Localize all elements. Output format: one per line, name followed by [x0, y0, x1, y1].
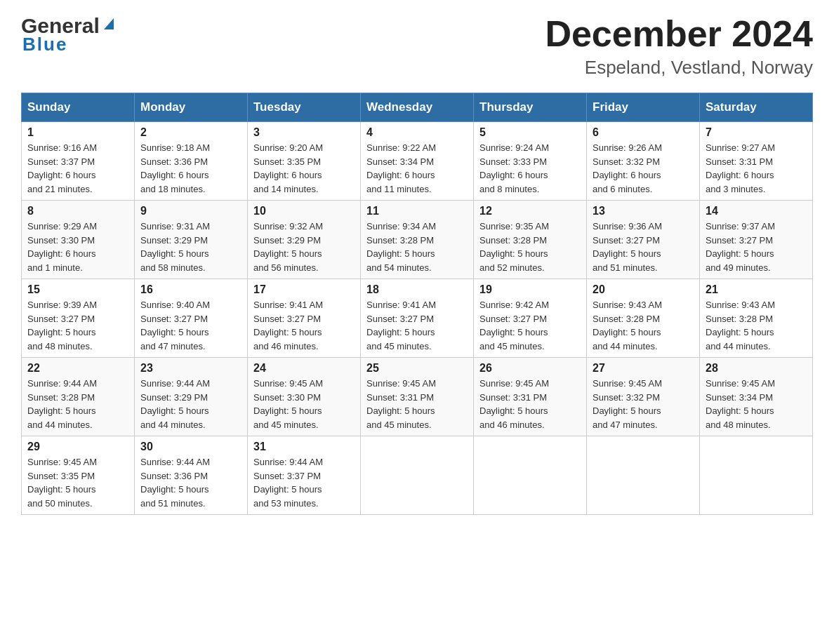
- calendar-cell: 11Sunrise: 9:34 AM Sunset: 3:28 PM Dayli…: [361, 201, 474, 279]
- calendar-header-row: SundayMondayTuesdayWednesdayThursdayFrid…: [22, 93, 813, 122]
- day-info: Sunrise: 9:45 AM Sunset: 3:31 PM Dayligh…: [366, 377, 468, 431]
- calendar-cell: 22Sunrise: 9:44 AM Sunset: 3:28 PM Dayli…: [22, 358, 135, 436]
- day-number: 30: [140, 441, 241, 453]
- calendar-cell: 12Sunrise: 9:35 AM Sunset: 3:28 PM Dayli…: [474, 201, 587, 279]
- day-info: Sunrise: 9:32 AM Sunset: 3:29 PM Dayligh…: [253, 220, 355, 274]
- day-number: 26: [479, 362, 581, 375]
- calendar-week-row: 1Sunrise: 9:16 AM Sunset: 3:37 PM Daylig…: [22, 122, 813, 201]
- day-info: Sunrise: 9:35 AM Sunset: 3:28 PM Dayligh…: [479, 220, 581, 274]
- calendar-cell: 27Sunrise: 9:45 AM Sunset: 3:32 PM Dayli…: [587, 358, 700, 436]
- svg-marker-0: [104, 18, 114, 29]
- day-number: 10: [253, 205, 355, 217]
- calendar-week-row: 29Sunrise: 9:45 AM Sunset: 3:35 PM Dayli…: [22, 436, 813, 515]
- calendar-cell: 1Sunrise: 9:16 AM Sunset: 3:37 PM Daylig…: [22, 122, 135, 201]
- day-info: Sunrise: 9:45 AM Sunset: 3:32 PM Dayligh…: [593, 377, 694, 431]
- calendar-cell: 4Sunrise: 9:22 AM Sunset: 3:34 PM Daylig…: [361, 122, 474, 201]
- day-info: Sunrise: 9:18 AM Sunset: 3:36 PM Dayligh…: [140, 141, 241, 196]
- day-info: Sunrise: 9:44 AM Sunset: 3:36 PM Dayligh…: [140, 455, 241, 510]
- page-header: General Blue December 2024 Espeland, Ves…: [21, 14, 813, 79]
- day-info: Sunrise: 9:41 AM Sunset: 3:27 PM Dayligh…: [253, 298, 355, 353]
- day-info: Sunrise: 9:43 AM Sunset: 3:28 PM Dayligh…: [593, 298, 694, 353]
- calendar-cell: 17Sunrise: 9:41 AM Sunset: 3:27 PM Dayli…: [248, 279, 361, 358]
- day-number: 11: [366, 205, 468, 217]
- logo-blue-text: Blue: [22, 34, 67, 55]
- day-number: 23: [140, 362, 241, 375]
- calendar-cell: [587, 436, 700, 515]
- day-number: 8: [27, 205, 128, 217]
- day-number: 3: [253, 126, 355, 139]
- day-number: 2: [140, 126, 241, 139]
- calendar-cell: 2Sunrise: 9:18 AM Sunset: 3:36 PM Daylig…: [135, 122, 248, 201]
- day-number: 29: [27, 441, 128, 453]
- day-info: Sunrise: 9:24 AM Sunset: 3:33 PM Dayligh…: [479, 141, 581, 196]
- day-number: 27: [593, 362, 694, 375]
- calendar-cell: 5Sunrise: 9:24 AM Sunset: 3:33 PM Daylig…: [474, 122, 587, 201]
- day-number: 21: [706, 283, 807, 296]
- day-number: 18: [366, 283, 468, 296]
- calendar-cell: 21Sunrise: 9:43 AM Sunset: 3:28 PM Dayli…: [700, 279, 813, 358]
- calendar-cell: 19Sunrise: 9:42 AM Sunset: 3:27 PM Dayli…: [474, 279, 587, 358]
- day-number: 12: [479, 205, 581, 217]
- day-number: 15: [27, 283, 128, 296]
- calendar-week-row: 22Sunrise: 9:44 AM Sunset: 3:28 PM Dayli…: [22, 358, 813, 436]
- day-number: 25: [366, 362, 468, 375]
- calendar-week-row: 15Sunrise: 9:39 AM Sunset: 3:27 PM Dayli…: [22, 279, 813, 358]
- day-info: Sunrise: 9:45 AM Sunset: 3:31 PM Dayligh…: [479, 377, 581, 431]
- calendar-cell: [361, 436, 474, 515]
- calendar-cell: 3Sunrise: 9:20 AM Sunset: 3:35 PM Daylig…: [248, 122, 361, 201]
- day-info: Sunrise: 9:41 AM Sunset: 3:27 PM Dayligh…: [366, 298, 468, 353]
- day-number: 22: [27, 362, 128, 375]
- calendar-cell: 8Sunrise: 9:29 AM Sunset: 3:30 PM Daylig…: [22, 201, 135, 279]
- day-info: Sunrise: 9:40 AM Sunset: 3:27 PM Dayligh…: [140, 298, 241, 353]
- day-number: 28: [706, 362, 807, 375]
- day-info: Sunrise: 9:36 AM Sunset: 3:27 PM Dayligh…: [593, 220, 694, 274]
- calendar-cell: 20Sunrise: 9:43 AM Sunset: 3:28 PM Dayli…: [587, 279, 700, 358]
- calendar-week-row: 8Sunrise: 9:29 AM Sunset: 3:30 PM Daylig…: [22, 201, 813, 279]
- day-number: 14: [706, 205, 807, 217]
- logo: General Blue: [21, 14, 117, 55]
- day-info: Sunrise: 9:27 AM Sunset: 3:31 PM Dayligh…: [706, 141, 807, 196]
- calendar-cell: 30Sunrise: 9:44 AM Sunset: 3:36 PM Dayli…: [135, 436, 248, 515]
- calendar-day-header: Saturday: [700, 93, 813, 122]
- calendar-cell: 26Sunrise: 9:45 AM Sunset: 3:31 PM Dayli…: [474, 358, 587, 436]
- day-info: Sunrise: 9:42 AM Sunset: 3:27 PM Dayligh…: [479, 298, 581, 353]
- day-number: 5: [479, 126, 581, 139]
- day-info: Sunrise: 9:20 AM Sunset: 3:35 PM Dayligh…: [253, 141, 355, 196]
- day-number: 13: [593, 205, 694, 217]
- day-info: Sunrise: 9:44 AM Sunset: 3:37 PM Dayligh…: [253, 455, 355, 510]
- title-block: December 2024 Espeland, Vestland, Norway: [545, 14, 813, 79]
- calendar-day-header: Tuesday: [248, 93, 361, 122]
- day-info: Sunrise: 9:44 AM Sunset: 3:28 PM Dayligh…: [27, 377, 128, 431]
- calendar-cell: 10Sunrise: 9:32 AM Sunset: 3:29 PM Dayli…: [248, 201, 361, 279]
- calendar-cell: 18Sunrise: 9:41 AM Sunset: 3:27 PM Dayli…: [361, 279, 474, 358]
- calendar-cell: 6Sunrise: 9:26 AM Sunset: 3:32 PM Daylig…: [587, 122, 700, 201]
- calendar-cell: 14Sunrise: 9:37 AM Sunset: 3:27 PM Dayli…: [700, 201, 813, 279]
- day-info: Sunrise: 9:31 AM Sunset: 3:29 PM Dayligh…: [140, 220, 241, 274]
- day-info: Sunrise: 9:29 AM Sunset: 3:30 PM Dayligh…: [27, 220, 128, 274]
- day-number: 31: [253, 441, 355, 453]
- day-number: 7: [706, 126, 807, 139]
- calendar-cell: 13Sunrise: 9:36 AM Sunset: 3:27 PM Dayli…: [587, 201, 700, 279]
- calendar-cell: [700, 436, 813, 515]
- day-number: 16: [140, 283, 241, 296]
- calendar-cell: 9Sunrise: 9:31 AM Sunset: 3:29 PM Daylig…: [135, 201, 248, 279]
- day-info: Sunrise: 9:45 AM Sunset: 3:34 PM Dayligh…: [706, 377, 807, 431]
- calendar-day-header: Wednesday: [361, 93, 474, 122]
- logo-triangle-icon: [101, 15, 117, 31]
- day-number: 20: [593, 283, 694, 296]
- day-number: 1: [27, 126, 128, 139]
- day-number: 9: [140, 205, 241, 217]
- day-number: 4: [366, 126, 468, 139]
- calendar-cell: 16Sunrise: 9:40 AM Sunset: 3:27 PM Dayli…: [135, 279, 248, 358]
- page-title: December 2024: [545, 14, 813, 54]
- day-number: 6: [593, 126, 694, 139]
- calendar-cell: [474, 436, 587, 515]
- calendar-day-header: Sunday: [22, 93, 135, 122]
- calendar-cell: 24Sunrise: 9:45 AM Sunset: 3:30 PM Dayli…: [248, 358, 361, 436]
- day-info: Sunrise: 9:44 AM Sunset: 3:29 PM Dayligh…: [140, 377, 241, 431]
- day-number: 24: [253, 362, 355, 375]
- day-info: Sunrise: 9:37 AM Sunset: 3:27 PM Dayligh…: [706, 220, 807, 274]
- day-info: Sunrise: 9:16 AM Sunset: 3:37 PM Dayligh…: [27, 141, 128, 196]
- day-number: 17: [253, 283, 355, 296]
- day-info: Sunrise: 9:45 AM Sunset: 3:35 PM Dayligh…: [27, 455, 128, 510]
